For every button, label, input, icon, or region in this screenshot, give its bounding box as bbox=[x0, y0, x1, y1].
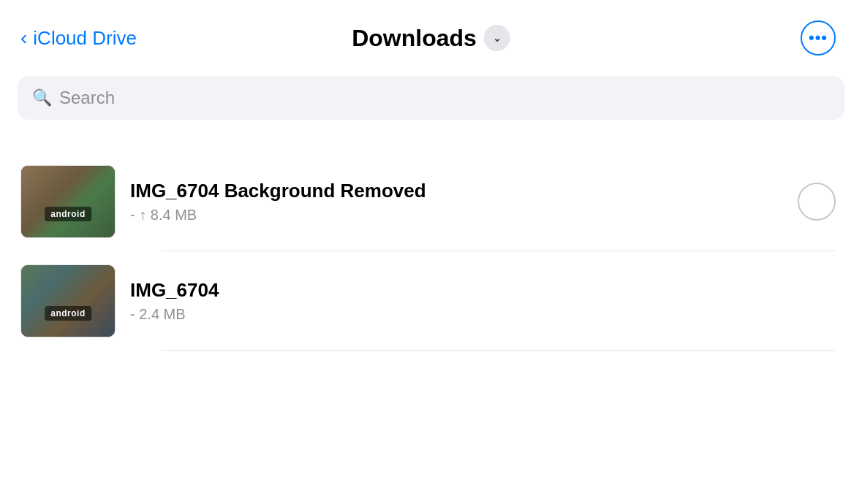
file-meta: - ↑ 8.4 MB bbox=[130, 207, 783, 224]
file-thumbnail: android bbox=[20, 165, 116, 238]
thumbnail-label: android bbox=[45, 306, 91, 321]
ellipsis-icon: ••• bbox=[809, 30, 828, 46]
search-icon: 🔍 bbox=[32, 88, 52, 107]
list-item[interactable]: android IMG_6704 - 2.4 MB bbox=[0, 251, 862, 351]
more-options-button[interactable]: ••• bbox=[801, 20, 836, 56]
file-name: IMG_6704 bbox=[130, 279, 836, 302]
back-chevron-icon: ‹ bbox=[20, 28, 27, 48]
file-thumbnail: android bbox=[20, 264, 116, 337]
file-info: IMG_6704 Background Removed - ↑ 8.4 MB bbox=[130, 180, 783, 224]
search-bar[interactable]: 🔍 Search bbox=[18, 76, 844, 120]
file-info: IMG_6704 - 2.4 MB bbox=[130, 279, 836, 323]
file-list: android IMG_6704 Background Removed - ↑ … bbox=[0, 152, 862, 351]
back-label: iCloud Drive bbox=[33, 27, 137, 50]
file-meta: - 2.4 MB bbox=[130, 306, 836, 323]
header: ‹ iCloud Drive Downloads ⌄ ••• bbox=[0, 0, 862, 70]
page-title: Downloads bbox=[352, 25, 477, 52]
thumbnail-label: android bbox=[45, 207, 91, 221]
title-dropdown-button[interactable]: ⌄ bbox=[484, 25, 510, 51]
back-button[interactable]: ‹ iCloud Drive bbox=[20, 27, 137, 50]
list-item[interactable]: android IMG_6704 Background Removed - ↑ … bbox=[0, 152, 862, 251]
select-circle[interactable] bbox=[798, 183, 836, 221]
search-section: 🔍 Search bbox=[0, 70, 862, 137]
header-center: Downloads ⌄ bbox=[352, 25, 510, 52]
search-placeholder: Search bbox=[59, 88, 115, 108]
file-name: IMG_6704 Background Removed bbox=[130, 180, 783, 202]
chevron-down-icon: ⌄ bbox=[493, 32, 502, 44]
